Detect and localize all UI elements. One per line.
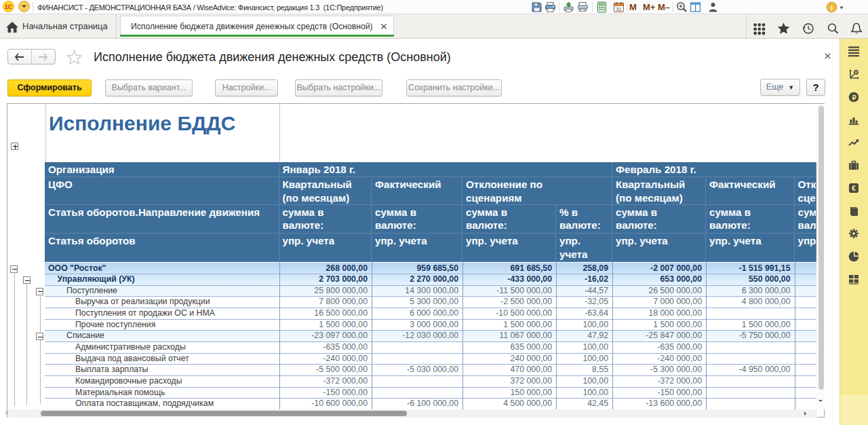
svg-text:₽: ₽ xyxy=(852,94,856,101)
svg-text:€: € xyxy=(852,184,856,192)
svg-text:31: 31 xyxy=(616,6,621,12)
svg-text:Р: Р xyxy=(855,71,858,75)
svg-text:i: i xyxy=(831,3,833,12)
svg-text:1С: 1С xyxy=(5,3,13,10)
